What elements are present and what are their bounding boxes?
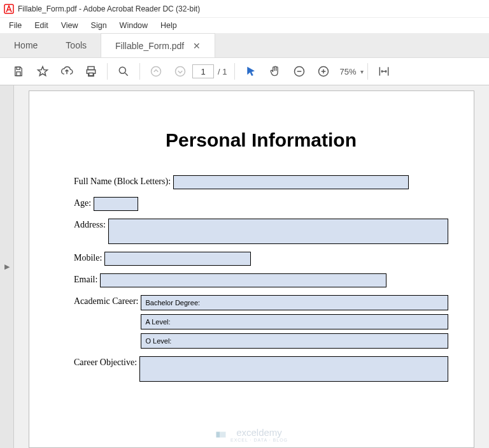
field-mobile[interactable] — [104, 252, 251, 266]
title-bar: Fillable_Form.pdf - Adobe Acrobat Reader… — [0, 0, 489, 18]
row-full-name: Full Name (Block Letters): — [74, 175, 448, 189]
row-age: Age: — [74, 197, 448, 211]
svg-rect-19 — [220, 432, 225, 438]
field-age[interactable] — [94, 197, 138, 211]
svg-point-10 — [176, 67, 185, 76]
chevron-down-icon[interactable]: ▾ — [360, 68, 364, 75]
separator — [367, 63, 368, 80]
pdf-page: Personal Information Full Name (Block Le… — [29, 90, 474, 448]
zoom-level-label[interactable]: 75% — [339, 67, 356, 76]
save-icon[interactable] — [9, 62, 28, 81]
svg-point-7 — [119, 67, 125, 73]
tab-document-label: Fillable_Form.pdf — [115, 41, 184, 51]
tab-document[interactable]: Fillable_Form.pdf ✕ — [101, 33, 215, 57]
menu-help[interactable]: Help — [154, 20, 183, 31]
field-olevel[interactable]: O Level: — [141, 333, 448, 349]
svg-line-8 — [125, 73, 128, 76]
menu-view[interactable]: View — [55, 20, 85, 31]
page-viewport[interactable]: Personal Information Full Name (Block Le… — [14, 85, 489, 448]
label-age: Age: — [74, 197, 91, 208]
tab-tools[interactable]: Tools — [52, 33, 101, 57]
toolbar: / 1 75% ▾ — [0, 57, 489, 85]
row-academic: Academic Career: Bachelor Degree: A Leve… — [74, 295, 448, 349]
page-total-label: / 1 — [218, 67, 227, 76]
label-objective: Career Objective: — [74, 356, 137, 368]
separator — [107, 63, 108, 80]
label-academic: Academic Career: — [74, 295, 138, 307]
field-objective[interactable] — [139, 356, 448, 382]
field-olevel-label: O Level: — [145, 337, 171, 345]
menu-sign[interactable]: Sign — [85, 20, 113, 31]
form-heading: Personal Information — [74, 129, 448, 151]
svg-marker-4 — [38, 67, 48, 76]
field-bachelor-label: Bachelor Degree: — [145, 299, 200, 307]
print-icon[interactable] — [82, 62, 101, 81]
hand-tool-icon[interactable] — [266, 62, 285, 81]
separator — [234, 63, 235, 80]
page-number-input[interactable] — [192, 64, 214, 78]
svg-point-9 — [152, 67, 161, 76]
watermark-sub: EXCEL · DATA · BLOG — [230, 438, 288, 442]
tab-tools-label: Tools — [66, 40, 87, 50]
close-icon[interactable]: ✕ — [193, 41, 201, 51]
find-icon[interactable] — [114, 62, 133, 81]
menu-file[interactable]: File — [3, 20, 28, 31]
page-down-icon[interactable] — [171, 62, 190, 81]
tab-home[interactable]: Home — [0, 33, 52, 57]
label-full-name: Full Name (Block Letters): — [74, 175, 171, 187]
row-objective: Career Objective: — [74, 356, 448, 382]
field-bachelor[interactable]: Bachelor Degree: — [141, 295, 448, 310]
window-title: Fillable_Form.pdf - Adobe Acrobat Reader… — [18, 4, 200, 13]
label-email: Email: — [74, 273, 97, 285]
watermark-brand: exceldemy — [236, 427, 282, 438]
left-panel-collapsed[interactable]: ▶ — [0, 85, 14, 448]
menu-edit[interactable]: Edit — [28, 20, 55, 31]
row-mobile: Mobile: — [74, 252, 448, 266]
cloud-upload-icon[interactable] — [57, 62, 76, 81]
field-alevel-label: A Level: — [145, 318, 170, 326]
app-icon — [4, 4, 14, 14]
field-full-name[interactable] — [173, 175, 409, 189]
menu-bar: File Edit View Sign Window Help — [0, 18, 489, 33]
selection-tool-icon[interactable] — [241, 62, 260, 81]
label-mobile: Mobile: — [74, 252, 102, 263]
label-address: Address: — [74, 219, 106, 230]
watermark: exceldemy EXCEL · DATA · BLOG — [29, 427, 474, 442]
watermark-icon — [215, 429, 227, 440]
row-address: Address: — [74, 219, 448, 244]
svg-rect-3 — [17, 72, 20, 76]
tab-home-label: Home — [14, 40, 38, 50]
svg-rect-18 — [216, 432, 220, 438]
expand-arrow-icon[interactable]: ▶ — [4, 263, 10, 271]
field-alevel[interactable]: A Level: — [141, 314, 448, 329]
page-up-icon[interactable] — [146, 62, 166, 81]
zoom-out-icon[interactable] — [290, 62, 309, 81]
tab-bar: Home Tools Fillable_Form.pdf ✕ — [0, 33, 489, 57]
fit-width-icon[interactable] — [374, 62, 393, 81]
row-email: Email: — [74, 273, 448, 287]
field-address[interactable] — [108, 219, 448, 244]
svg-rect-2 — [17, 67, 20, 69]
zoom-in-icon[interactable] — [314, 62, 333, 81]
document-area: ▶ Personal Information Full Name (Block … — [0, 85, 489, 448]
star-icon[interactable] — [33, 62, 52, 81]
svg-rect-6 — [89, 73, 94, 76]
menu-window[interactable]: Window — [113, 20, 154, 31]
separator — [139, 63, 140, 80]
field-email[interactable] — [100, 273, 386, 287]
